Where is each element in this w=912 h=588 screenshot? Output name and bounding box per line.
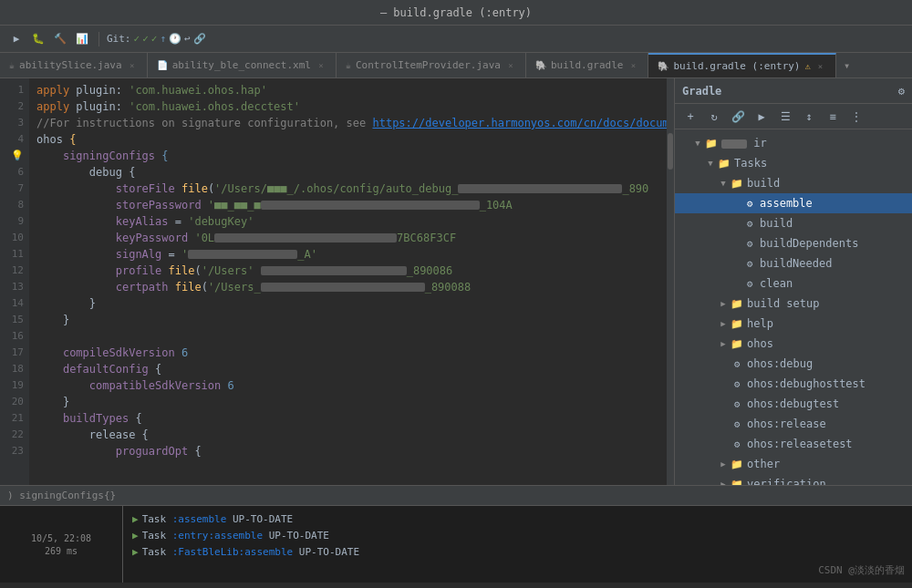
- gradle-sort-button[interactable]: ↕: [799, 107, 819, 127]
- tab-abilityslice[interactable]: ☕ abilitySlice.java ×: [0, 53, 148, 77]
- build-menu-button[interactable]: 🔨: [51, 30, 69, 48]
- tab-controlitem[interactable]: ☕ ControlItemProvider.java ×: [337, 53, 526, 77]
- line-num-1: 1: [0, 82, 29, 98]
- line-num-10: 10: [0, 230, 29, 246]
- tree-label-ohosrelease: ohos:release: [747, 418, 826, 430]
- tree-item-clean[interactable]: ⚙ clean: [675, 273, 912, 294]
- tree-label-ohosdebug: ohos:debug: [747, 357, 813, 370]
- tree-item-ohos[interactable]: ▶ 📁 ohos: [675, 334, 912, 354]
- profile-button[interactable]: 📊: [73, 30, 91, 48]
- git-extra[interactable]: 🔗: [193, 33, 206, 45]
- line-num-11: 11: [0, 246, 29, 263]
- line-num-5: 💡: [0, 148, 29, 164]
- tab-close-buildgradle1[interactable]: ×: [627, 60, 638, 71]
- code-line-2: apply plugin: 'com.huawei.ohos.decctest': [36, 98, 659, 115]
- tree-label-root: ir: [721, 137, 767, 150]
- code-line-23: proguardOpt {: [36, 443, 659, 459]
- tab-close-abilityble[interactable]: ×: [316, 60, 326, 71]
- folder-icon-verification: 📁: [730, 477, 744, 485]
- git-check-1[interactable]: ✓: [134, 33, 140, 45]
- git-check-2[interactable]: ✓: [142, 33, 149, 45]
- gear-icon-clean: ⚙: [742, 276, 757, 291]
- code-line-21: buildTypes {: [36, 410, 659, 427]
- tree-item-ohosrelease[interactable]: ⚙ ohos:release: [675, 414, 912, 434]
- tree-item-ohosdebug[interactable]: ⚙ ohos:debug: [675, 354, 912, 374]
- bottom-panel: 10/5, 22:08 269 ms ▶ Task :assemble UP-T…: [0, 505, 912, 583]
- tree-label-ohosdebugtesttest: ohos:debugtest: [747, 397, 839, 410]
- breadcrumb-bar: ) signingConfigs{}: [0, 485, 912, 505]
- tab-close-controlitem[interactable]: ×: [505, 60, 516, 71]
- gear-icon-builddependents: ⚙: [742, 236, 757, 251]
- line-num-14: 14: [0, 295, 29, 312]
- folder-icon-root: 📁: [704, 136, 719, 150]
- gradle-expand-button[interactable]: +: [680, 107, 700, 127]
- line-numbers: 1 2 3 4 💡 6 7 8 9 10 11 12 13 14 15 16 1…: [0, 78, 29, 485]
- tab-abilityble[interactable]: 📄 ability_ble_connect.xml ×: [148, 53, 337, 77]
- tree-item-tasks[interactable]: ▼ 📁 Tasks: [675, 153, 912, 173]
- tab-warning-icon: ⚠: [805, 61, 811, 71]
- tab-buildgradle-entry[interactable]: 🐘 build.gradle (:entry) ⚠ ×: [648, 53, 835, 77]
- tree-item-assemble[interactable]: ⚙ assemble: [675, 193, 912, 213]
- chevron-buildsetup: ▶: [717, 297, 730, 310]
- task-arrow-2: ▶: [132, 528, 139, 544]
- editor-scrollbar[interactable]: [667, 78, 674, 485]
- tab-label-abilityble: ability_ble_connect.xml: [172, 59, 311, 71]
- gradle-link-button[interactable]: 🔗: [728, 107, 748, 127]
- code-line-3: //For instructions on signature configur…: [36, 115, 659, 131]
- code-line-8: storePassword '■■_■■_■_104A: [36, 197, 659, 213]
- gradle-extra1-button[interactable]: ≡: [823, 107, 843, 127]
- tree-item-builddependents[interactable]: ⚙ buildDependents: [675, 233, 912, 253]
- line-num-2: 2: [0, 98, 29, 115]
- line-num-15: 15: [0, 312, 29, 328]
- breadcrumb-text: ) signingConfigs{}: [7, 490, 116, 501]
- gradle-extra2-button[interactable]: ⋮: [846, 107, 866, 127]
- git-undo[interactable]: ↩: [184, 33, 191, 45]
- tree-item-build-folder[interactable]: ▼ 📁 build: [675, 173, 912, 193]
- tab-overflow-button[interactable]: ▾: [836, 53, 858, 77]
- tree-item-build-task[interactable]: ⚙ build: [675, 213, 912, 233]
- tree-item-ohosreleasetest[interactable]: ⚙ ohos:releasetest: [675, 434, 912, 454]
- run-button[interactable]: ▶: [7, 30, 26, 48]
- tree-label-builddependents: buildDependents: [760, 237, 858, 250]
- tab-icon-abilityble: 📄: [157, 60, 168, 70]
- tree-item-buildneeded[interactable]: ⚙ buildNeeded: [675, 253, 912, 273]
- tree-item-other[interactable]: ▶ 📁 other: [675, 454, 912, 474]
- tab-icon-controlitem: ☕: [346, 60, 351, 70]
- tab-close-buildgradle-entry[interactable]: ×: [815, 61, 826, 72]
- gear-icon-buildneeded: ⚙: [742, 256, 757, 271]
- line-num-23: 23: [0, 443, 29, 459]
- code-line-18: defaultConfig {: [36, 361, 659, 377]
- tree-item-root[interactable]: ▼ 📁 ir: [675, 133, 912, 153]
- task-line-2: ▶ Task :entry:assemble UP-TO-DATE: [132, 528, 784, 544]
- code-editor[interactable]: 1 2 3 4 💡 6 7 8 9 10 11 12 13 14 15 16 1…: [0, 78, 675, 485]
- chevron-buildneeded: [730, 257, 742, 270]
- git-check-3[interactable]: ✓: [151, 33, 158, 45]
- gradle-list-button[interactable]: ☰: [775, 107, 795, 127]
- tree-item-ohosdebugtesttest[interactable]: ⚙ ohos:debugtest: [675, 394, 912, 414]
- tree-item-help[interactable]: ▶ 📁 help: [675, 314, 912, 334]
- tree-item-ohosdebugtesthost[interactable]: ⚙ ohos:debughosttest: [675, 374, 912, 394]
- gradle-refresh-button[interactable]: ↻: [704, 107, 724, 127]
- debug-button[interactable]: 🐛: [29, 30, 47, 48]
- tab-label-buildgradle-entry: build.gradle (:entry): [673, 60, 800, 72]
- tree-label-buildneeded: buildNeeded: [760, 257, 832, 270]
- task-arrow-1: ▶: [132, 511, 139, 528]
- gradle-run-button[interactable]: ▶: [751, 107, 772, 127]
- git-label: Git:: [107, 33, 131, 45]
- tree-label-build-task: build: [760, 217, 793, 230]
- tree-item-buildsetup[interactable]: ▶ 📁 build setup: [675, 294, 912, 314]
- gradle-settings-icon[interactable]: ⚙: [898, 85, 905, 98]
- main-layout: 1 2 3 4 💡 6 7 8 9 10 11 12 13 14 15 16 1…: [0, 78, 912, 485]
- line-num-4: 4: [0, 131, 29, 148]
- tab-close-abilityslice[interactable]: ×: [127, 60, 138, 71]
- git-history[interactable]: 🕐: [169, 33, 181, 45]
- gear-icon-build: ⚙: [742, 216, 757, 231]
- tree-item-verification[interactable]: ▶ 📁 verification: [675, 474, 912, 485]
- timestamp-label: 10/5, 22:08: [31, 533, 91, 543]
- gradle-toolbar: + ↻ 🔗 ▶ ☰ ↕ ≡ ⋮: [675, 104, 912, 129]
- tree-label-clean: clean: [760, 277, 793, 290]
- tab-buildgradle1[interactable]: 🐘 build.gradle ×: [526, 53, 648, 77]
- git-arrow[interactable]: ↑: [160, 33, 166, 45]
- code-line-13: certpath file('/Users__890088: [36, 279, 659, 295]
- line-num-16: 16: [0, 328, 29, 345]
